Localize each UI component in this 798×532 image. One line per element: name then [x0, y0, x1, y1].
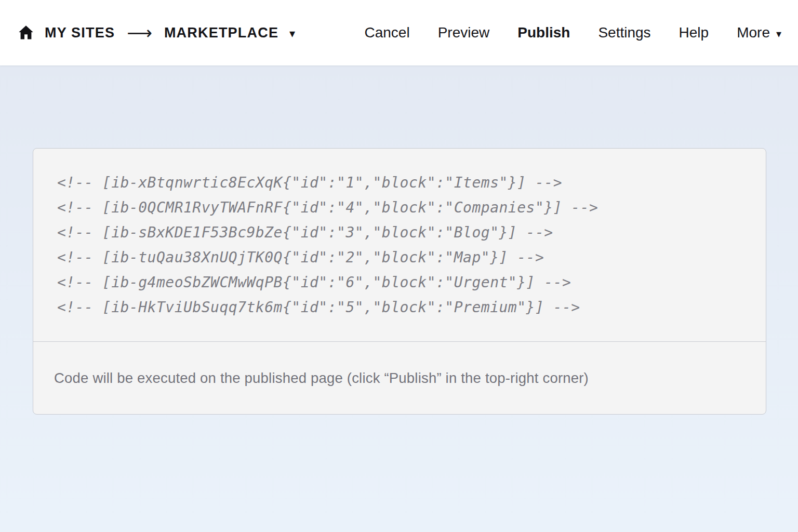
code-line: <!-- [ib-HkTviUbSuqq7tk6m{"id":"5","bloc… — [57, 295, 753, 320]
code-line: <!-- [ib-tuQau38XnUQjTK0Q{"id":"2","bloc… — [57, 245, 753, 270]
editor-canvas: <!-- [ib-xBtqnwrtic8EcXqK{"id":"1","bloc… — [0, 65, 798, 532]
page-dropdown-chevron-icon[interactable]: ▾ — [289, 26, 295, 39]
settings-button[interactable]: Settings — [598, 24, 650, 41]
top-menu: Cancel Preview Publish Settings Help Mor… — [365, 24, 782, 41]
breadcrumb-my-sites[interactable]: MY SITES — [45, 25, 115, 41]
code-line: <!-- [ib-g4meoSbZWCMwWqPB{"id":"6","bloc… — [57, 270, 753, 295]
publish-hint-note: Code will be executed on the published p… — [33, 341, 766, 414]
breadcrumb: MY SITES ⟶ MARKETPLACE ▾ — [18, 24, 295, 42]
preview-button[interactable]: Preview — [438, 24, 490, 41]
home-icon[interactable] — [18, 25, 34, 41]
embed-code-panel: <!-- [ib-xBtqnwrtic8EcXqK{"id":"1","bloc… — [33, 148, 766, 415]
more-chevron-icon: ▾ — [776, 25, 781, 40]
embed-code-block[interactable]: <!-- [ib-xBtqnwrtic8EcXqK{"id":"1","bloc… — [33, 149, 766, 341]
code-line: <!-- [ib-0QCMR1RvyTWAFnRF{"id":"4","bloc… — [57, 195, 753, 220]
publish-button[interactable]: Publish — [517, 24, 570, 41]
code-line: <!-- [ib-sBxKDE1F53Bc9bZe{"id":"3","bloc… — [57, 220, 753, 245]
breadcrumb-page-name[interactable]: MARKETPLACE — [164, 25, 278, 41]
top-bar: MY SITES ⟶ MARKETPLACE ▾ Cancel Preview … — [0, 0, 798, 65]
help-button[interactable]: Help — [679, 24, 709, 41]
more-button[interactable]: More ▾ — [737, 24, 781, 41]
cancel-button[interactable]: Cancel — [365, 24, 410, 41]
breadcrumb-arrow-icon: ⟶ — [126, 24, 153, 42]
more-button-label: More — [737, 24, 770, 41]
code-line: <!-- [ib-xBtqnwrtic8EcXqK{"id":"1","bloc… — [57, 170, 753, 195]
